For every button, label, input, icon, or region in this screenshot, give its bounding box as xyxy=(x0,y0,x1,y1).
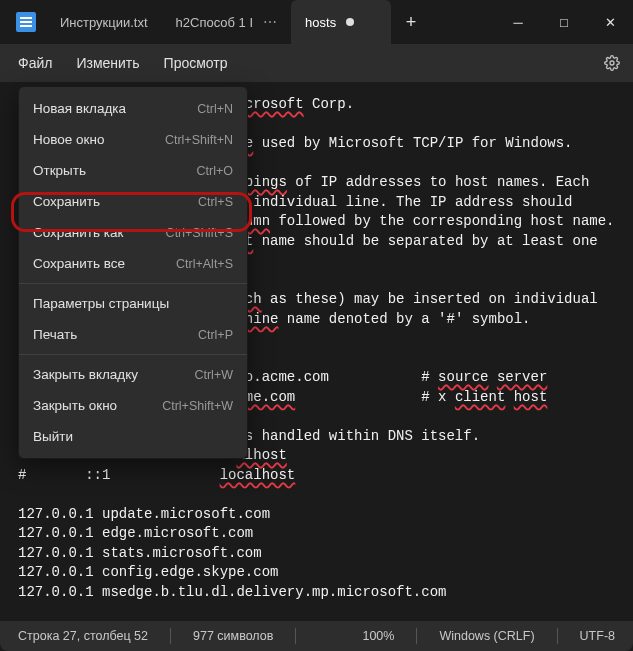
tab-hosts[interactable]: hosts xyxy=(291,0,391,44)
plus-icon: + xyxy=(406,12,417,33)
maximize-button[interactable]: □ xyxy=(541,0,587,44)
menu-item-shortcut: Ctrl+Shift+W xyxy=(162,399,233,413)
svg-point-0 xyxy=(610,61,614,65)
menu-item-shortcut: Ctrl+Shift+N xyxy=(165,133,233,147)
menu-item-shortcut: Ctrl+N xyxy=(197,102,233,116)
modified-dot-icon xyxy=(346,18,354,26)
menu-item-4[interactable]: Сохранить какCtrl+Shift+S xyxy=(19,217,247,248)
menu-edit[interactable]: Изменить xyxy=(64,49,151,77)
menu-item-label: Сохранить все xyxy=(33,256,125,271)
editor-line: 127.0.0.1 msedge.b.tlu.dl.delivery.mp.mi… xyxy=(18,583,623,603)
menu-item-12[interactable]: Выйти xyxy=(19,421,247,452)
settings-button[interactable] xyxy=(597,55,627,71)
app-icon xyxy=(16,12,36,32)
menu-item-shortcut: Ctrl+P xyxy=(198,328,233,342)
tab-instructions[interactable]: Инструкции.txt xyxy=(46,0,162,44)
status-position[interactable]: Строка 27, столбец 52 xyxy=(12,629,154,643)
menu-file[interactable]: Файл xyxy=(6,49,64,77)
gear-icon xyxy=(604,55,620,71)
titlebar: Инструкции.txt h2Способ 1 I ⋯ hosts + ─ … xyxy=(0,0,633,44)
menu-item-label: Открыть xyxy=(33,163,86,178)
menu-item-7[interactable]: Параметры страницы xyxy=(19,288,247,319)
menu-item-label: Новое окно xyxy=(33,132,104,147)
tab-label: Инструкции.txt xyxy=(60,15,148,30)
menu-item-11[interactable]: Закрыть окноCtrl+Shift+W xyxy=(19,390,247,421)
menu-separator xyxy=(19,283,247,284)
editor-line: 127.0.0.1 update.microsoft.com xyxy=(18,505,623,525)
editor-line: 127.0.0.1 config.edge.skype.com xyxy=(18,563,623,583)
new-tab-button[interactable]: + xyxy=(391,0,431,44)
tab-label: h2Способ 1 I xyxy=(176,15,254,30)
editor-line: 127.0.0.1 edge.microsoft.com xyxy=(18,524,623,544)
minimize-icon: ─ xyxy=(513,15,522,30)
status-encoding[interactable]: UTF-8 xyxy=(574,629,621,643)
menu-item-label: Печать xyxy=(33,327,77,342)
menu-item-label: Закрыть вкладку xyxy=(33,367,138,382)
menu-item-5[interactable]: Сохранить всеCtrl+Alt+S xyxy=(19,248,247,279)
menu-item-1[interactable]: Новое окноCtrl+Shift+N xyxy=(19,124,247,155)
menubar: Файл Изменить Просмотр xyxy=(0,44,633,82)
file-menu-dropdown: Новая вкладкаCtrl+NНовое окноCtrl+Shift+… xyxy=(18,86,248,459)
menu-item-10[interactable]: Закрыть вкладкуCtrl+W xyxy=(19,359,247,390)
menu-item-3[interactable]: СохранитьCtrl+S xyxy=(19,186,247,217)
menu-item-2[interactable]: ОткрытьCtrl+O xyxy=(19,155,247,186)
menu-item-shortcut: Ctrl+S xyxy=(198,195,233,209)
menu-item-label: Закрыть окно xyxy=(33,398,117,413)
menu-item-label: Параметры страницы xyxy=(33,296,169,311)
tabs: Инструкции.txt h2Способ 1 I ⋯ hosts + xyxy=(46,0,495,44)
tab-label: hosts xyxy=(305,15,336,30)
menu-item-label: Выйти xyxy=(33,429,73,444)
status-eol[interactable]: Windows (CRLF) xyxy=(433,629,540,643)
window-controls: ─ □ ✕ xyxy=(495,0,633,44)
menu-separator xyxy=(19,354,247,355)
tab-h2sposob[interactable]: h2Способ 1 I ⋯ xyxy=(162,0,292,44)
menu-item-shortcut: Ctrl+O xyxy=(197,164,233,178)
editor-line: 127.0.0.1 stats.microsoft.com xyxy=(18,544,623,564)
maximize-icon: □ xyxy=(560,15,568,30)
editor-line: # ::1 localhost xyxy=(18,466,623,486)
menu-item-0[interactable]: Новая вкладкаCtrl+N xyxy=(19,93,247,124)
status-chars[interactable]: 977 символов xyxy=(187,629,279,643)
editor-line xyxy=(18,485,623,505)
minimize-button[interactable]: ─ xyxy=(495,0,541,44)
menu-item-label: Сохранить xyxy=(33,194,100,209)
menu-item-shortcut: Ctrl+W xyxy=(194,368,233,382)
menu-item-8[interactable]: ПечатьCtrl+P xyxy=(19,319,247,350)
tab-indicator: ⋯ xyxy=(263,14,277,30)
menu-item-label: Новая вкладка xyxy=(33,101,126,116)
close-icon: ✕ xyxy=(605,15,616,30)
menu-item-shortcut: Ctrl+Alt+S xyxy=(176,257,233,271)
statusbar: Строка 27, столбец 52 977 символов 100% … xyxy=(0,621,633,651)
status-zoom[interactable]: 100% xyxy=(356,629,400,643)
menu-item-shortcut: Ctrl+Shift+S xyxy=(166,226,233,240)
menu-item-label: Сохранить как xyxy=(33,225,123,240)
menu-view[interactable]: Просмотр xyxy=(152,49,240,77)
close-button[interactable]: ✕ xyxy=(587,0,633,44)
